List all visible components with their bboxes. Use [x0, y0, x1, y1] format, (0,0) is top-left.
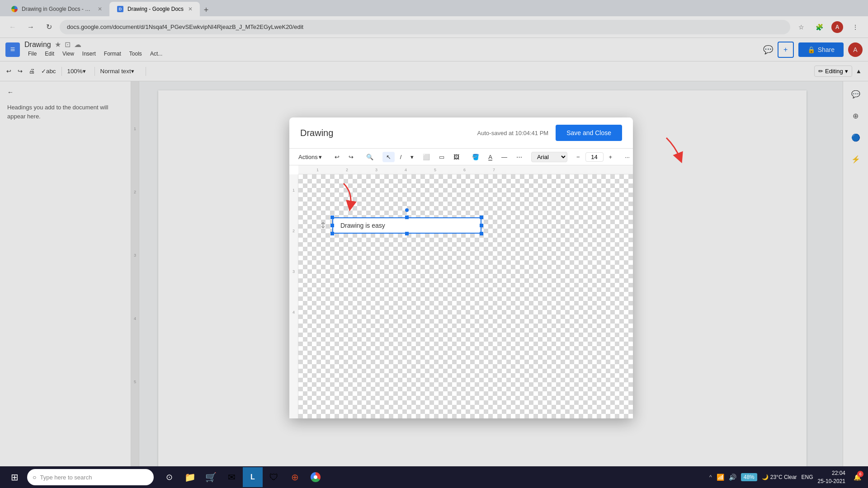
- canvas-area[interactable]: ⇕ Drawing is easy: [298, 174, 633, 418]
- drag-handle-icon[interactable]: ⇕: [320, 221, 326, 230]
- pen-color-button[interactable]: A: [485, 152, 496, 162]
- actions-dropdown-icon: ▾: [319, 154, 322, 160]
- fill-color-button[interactable]: 🪣: [468, 152, 483, 162]
- dialog-header: Drawing Auto-saved at 10:04:41 PM Save a…: [289, 117, 633, 149]
- handle-bottom-left[interactable]: [330, 232, 334, 235]
- font-size-input[interactable]: [585, 152, 604, 162]
- shape-tool-button[interactable]: ⬜: [419, 152, 434, 162]
- notification-badge: 6: [857, 471, 863, 477]
- handle-bottom-right[interactable]: [480, 232, 483, 235]
- handle-top-center[interactable]: [405, 216, 409, 219]
- notification-button[interactable]: 🔔 6: [850, 470, 864, 484]
- battery-indicator[interactable]: 48%: [741, 473, 757, 481]
- taskbar-explorer[interactable]: 📁: [180, 467, 200, 487]
- handle-mid-right[interactable]: [480, 224, 483, 227]
- border-style-button[interactable]: —: [498, 152, 511, 162]
- taskbar-date: 25-10-2021: [818, 477, 845, 485]
- taskbar-app-icons: ⊙ 📁 🛒 ✉ L 🛡 ⊕: [159, 467, 326, 487]
- weather-temp: 🌙 23°C Clear: [762, 474, 797, 480]
- border-dash-button[interactable]: ⋯: [513, 152, 526, 162]
- docs-main-area: 12345 Drawing Auto-saved at 10:04:41 PM …: [131, 81, 843, 488]
- font-family-select[interactable]: Arial: [531, 152, 567, 162]
- taskbar-network-icon[interactable]: 📶: [717, 474, 724, 481]
- search-icon: ○: [33, 474, 36, 481]
- select-tool-button[interactable]: ↖: [382, 152, 395, 162]
- drawing-undo-button[interactable]: ↩: [331, 152, 343, 162]
- font-size-inc-button[interactable]: +: [605, 152, 616, 162]
- textbox-tool-button[interactable]: ▭: [435, 152, 448, 162]
- line-tool-button[interactable]: /: [396, 152, 406, 162]
- save-and-close-button[interactable]: Save and Close: [556, 125, 622, 141]
- dialog-header-right: Auto-saved at 10:04:41 PM Save and Close: [477, 125, 622, 141]
- drawing-toolbar: Actions ▾ ↩ ↪ 🔍 ↖ / ▾ ⬜ ▭ 🖼 🪣: [289, 149, 633, 165]
- font-size-dec-button[interactable]: −: [573, 152, 584, 162]
- taskbar-app-l[interactable]: L: [243, 467, 263, 487]
- drawing-canvas-container: 1234567 1234 ⇕: [289, 165, 633, 418]
- taskbar-chrome[interactable]: [306, 467, 326, 487]
- search-bar[interactable]: ○ Type here to search: [27, 469, 154, 485]
- taskbar-cortana[interactable]: ⊙: [159, 467, 179, 487]
- handle-top-left[interactable]: [330, 216, 334, 219]
- taskbar: ⊞ ○ Type here to search ⊙ 📁 🛒 ✉ L 🛡 ⊕ ^ …: [0, 466, 868, 488]
- canvas-ruler-top: 1234567: [298, 165, 633, 174]
- handle-rotation[interactable]: [405, 208, 409, 212]
- taskbar-lang[interactable]: ENG: [802, 474, 813, 480]
- taskbar-mail[interactable]: ✉: [222, 467, 241, 487]
- text-box-container: ⇕ Drawing is easy: [332, 217, 481, 234]
- image-tool-button[interactable]: 🖼: [450, 152, 463, 162]
- drawing-zoom-button[interactable]: 🔍: [363, 152, 377, 162]
- start-button[interactable]: ⊞: [4, 468, 25, 486]
- handle-bottom-center[interactable]: [405, 232, 409, 235]
- taskbar-right-section: ^ 📶 🔊 48% 🌙 23°C Clear ENG 22:04 25-10-2…: [709, 469, 864, 485]
- dialog-title: Drawing: [300, 128, 333, 138]
- actions-menu-button[interactable]: Actions ▾: [295, 152, 326, 162]
- more-options-button[interactable]: ···: [621, 152, 633, 162]
- handle-top-right[interactable]: [480, 216, 483, 219]
- line-tool-dropdown[interactable]: ▾: [407, 152, 417, 162]
- canvas-ruler-left: 1234: [289, 174, 298, 418]
- taskbar-speaker-icon[interactable]: 🔊: [729, 474, 736, 481]
- drawing-dialog: Drawing Auto-saved at 10:04:41 PM Save a…: [289, 117, 633, 418]
- taskbar-office[interactable]: ⊕: [285, 467, 305, 487]
- text-box-selection: Drawing is easy: [332, 217, 481, 234]
- search-placeholder: Type here to search: [40, 474, 92, 481]
- autosave-text: Auto-saved at 10:04:41 PM: [477, 130, 549, 136]
- taskbar-datetime: 22:04 25-10-2021: [818, 469, 845, 485]
- handle-mid-left[interactable]: [330, 224, 334, 227]
- taskbar-store[interactable]: 🛒: [201, 467, 221, 487]
- annotation-arrow-1: [307, 179, 362, 215]
- taskbar-time: 22:04: [818, 469, 845, 477]
- taskbar-up-arrow[interactable]: ^: [709, 474, 712, 480]
- taskbar-security[interactable]: 🛡: [264, 467, 284, 487]
- drawing-redo-button[interactable]: ↪: [345, 152, 357, 162]
- text-box[interactable]: Drawing is easy: [332, 217, 481, 234]
